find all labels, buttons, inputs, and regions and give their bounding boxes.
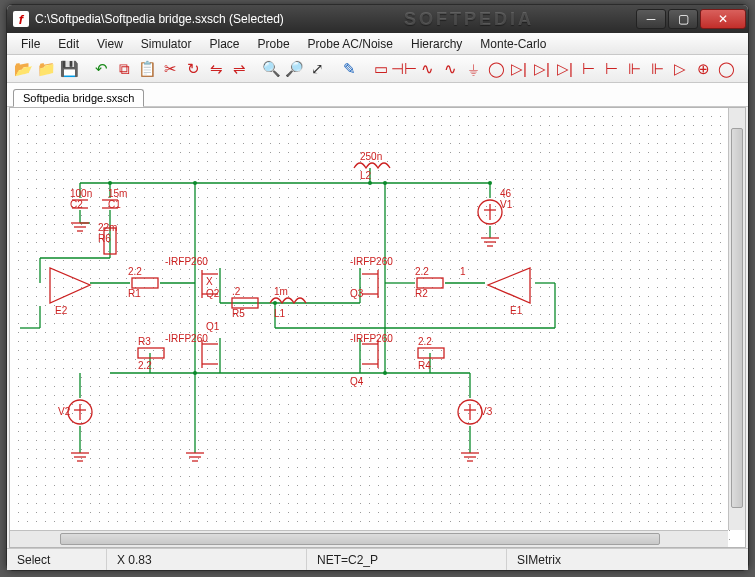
label-r2-ref[interactable]: R2 bbox=[415, 288, 428, 299]
flip-icon[interactable]: ⇋ bbox=[206, 59, 226, 79]
label-c2-val[interactable]: 100n bbox=[70, 188, 92, 199]
label-l2-ref[interactable]: L2 bbox=[360, 170, 371, 181]
svg-point-94 bbox=[273, 301, 277, 305]
mirror-icon[interactable]: ⇌ bbox=[229, 59, 249, 79]
label-r1-val[interactable]: 2.2 bbox=[128, 266, 142, 277]
folder-icon[interactable]: 📁 bbox=[36, 59, 56, 79]
label-q1-model[interactable]: -IRFP260 bbox=[165, 333, 208, 344]
label-c2-ref[interactable]: C2 bbox=[70, 199, 83, 210]
save-icon[interactable]: 💾 bbox=[59, 59, 79, 79]
label-r4-ref[interactable]: R4 bbox=[418, 360, 431, 371]
folder-open-icon[interactable]: 📂 bbox=[13, 59, 33, 79]
label-e1-val[interactable]: 1 bbox=[460, 266, 466, 277]
svg-point-93 bbox=[383, 371, 387, 375]
svg-rect-71 bbox=[418, 348, 444, 358]
capacitor-icon[interactable]: ⊣⊢ bbox=[394, 59, 414, 79]
scrollbar-thumb[interactable] bbox=[731, 128, 743, 508]
label-q1-ref[interactable]: Q1 bbox=[206, 321, 219, 332]
menu-probe-ac-noise[interactable]: Probe AC/Noise bbox=[300, 35, 401, 53]
menu-monte-carlo[interactable]: Monte-Carlo bbox=[472, 35, 554, 53]
menu-probe[interactable]: Probe bbox=[250, 35, 298, 53]
pnp-icon[interactable]: ⊢ bbox=[601, 59, 621, 79]
zoom-in-icon[interactable]: 🔍 bbox=[261, 59, 281, 79]
scrollbar-thumb[interactable] bbox=[60, 533, 660, 545]
diode-icon[interactable]: ▷| bbox=[509, 59, 529, 79]
label-r5-ref[interactable]: R5 bbox=[232, 308, 245, 319]
label-q3-model[interactable]: -IRFP260 bbox=[350, 256, 393, 267]
close-button[interactable]: ✕ bbox=[700, 9, 746, 29]
undo-icon[interactable]: ↶ bbox=[91, 59, 111, 79]
label-l2-val[interactable]: 250n bbox=[360, 151, 382, 162]
label-v2-ref[interactable]: V2 bbox=[58, 406, 70, 417]
label-c1-val[interactable]: 15m bbox=[108, 188, 127, 199]
app-window: f C:\Softpedia\Softpedia bridge.sxsch (S… bbox=[6, 4, 749, 571]
label-r3-ref[interactable]: R3 bbox=[138, 336, 151, 347]
npn-icon[interactable]: ⊢ bbox=[578, 59, 598, 79]
nmos-icon[interactable]: ⊩ bbox=[624, 59, 644, 79]
toolbar: 📂 📁 💾 ↶ ⧉ 📋 ✂ ↻ ⇋ ⇌ 🔍 🔎 ⤢ ✎ ▭ ⊣⊢ ∿ ∿ ⏚ ◯… bbox=[7, 55, 748, 83]
label-l1-ref[interactable]: L1 bbox=[274, 308, 285, 319]
menu-place[interactable]: Place bbox=[202, 35, 248, 53]
rotate-icon[interactable]: ↻ bbox=[183, 59, 203, 79]
vsource-icon[interactable]: ⊕ bbox=[693, 59, 713, 79]
current-icon[interactable]: ◯ bbox=[486, 59, 506, 79]
svg-point-90 bbox=[368, 181, 372, 185]
svg-point-87 bbox=[193, 181, 197, 185]
copy-icon[interactable]: ⧉ bbox=[114, 59, 134, 79]
statusbar: Select X 0.83 NET=C2_P SIMetrix bbox=[7, 548, 748, 570]
cut-icon[interactable]: ✂ bbox=[160, 59, 180, 79]
titlebar[interactable]: f C:\Softpedia\Softpedia bridge.sxsch (S… bbox=[7, 5, 748, 33]
opamp-icon[interactable]: ▷ bbox=[670, 59, 690, 79]
inductor-icon[interactable]: ∿ bbox=[417, 59, 437, 79]
separator-icon bbox=[330, 59, 336, 79]
ground-icon[interactable]: ⏚ bbox=[463, 59, 483, 79]
label-r3-val[interactable]: 2.2 bbox=[138, 360, 152, 371]
label-q4-model[interactable]: -IRFP260 bbox=[350, 333, 393, 344]
menu-file[interactable]: File bbox=[13, 35, 48, 53]
label-q2-model[interactable]: -IRFP260 bbox=[165, 256, 208, 267]
scrollbar-vertical[interactable] bbox=[728, 108, 745, 530]
menu-edit[interactable]: Edit bbox=[50, 35, 87, 53]
svg-marker-44 bbox=[50, 268, 90, 303]
status-net: NET=C2_P bbox=[307, 549, 507, 570]
resistor-icon[interactable]: ▭ bbox=[371, 59, 391, 79]
scrollbar-horizontal[interactable] bbox=[10, 530, 728, 547]
label-r1-ref[interactable]: R1 bbox=[128, 288, 141, 299]
app-icon: f bbox=[13, 11, 29, 27]
paste-icon[interactable]: 📋 bbox=[137, 59, 157, 79]
label-r5-val[interactable]: .2 bbox=[232, 286, 240, 297]
label-l1-val[interactable]: 1m bbox=[274, 286, 288, 297]
svg-point-92 bbox=[193, 371, 197, 375]
zener-icon[interactable]: ▷| bbox=[532, 59, 552, 79]
label-c1-ref[interactable]: C1 bbox=[108, 199, 121, 210]
label-r2-val[interactable]: 2.2 bbox=[415, 266, 429, 277]
label-q2-x[interactable]: X bbox=[206, 276, 213, 287]
menu-view[interactable]: View bbox=[89, 35, 131, 53]
label-r6-val[interactable]: 22m bbox=[98, 222, 117, 233]
label-q4-ref[interactable]: Q4 bbox=[350, 376, 363, 387]
label-q2-ref[interactable]: Q2 bbox=[206, 288, 219, 299]
schematic-canvas[interactable]: 100n C2 15m C1 22m R6 2.2 R1 2.2 R2 .2 R… bbox=[10, 108, 730, 548]
menu-simulator[interactable]: Simulator bbox=[133, 35, 200, 53]
label-e1-ref[interactable]: E1 bbox=[510, 305, 522, 316]
pencil-icon[interactable]: ✎ bbox=[339, 59, 359, 79]
tab-schematic[interactable]: Softpedia bridge.sxsch bbox=[13, 89, 144, 107]
led-icon[interactable]: ▷| bbox=[555, 59, 575, 79]
pmos-icon[interactable]: ⊩ bbox=[647, 59, 667, 79]
minimize-button[interactable]: ─ bbox=[636, 9, 666, 29]
watermark: SOFTPEDIA bbox=[404, 9, 534, 30]
label-v3-ref[interactable]: V3 bbox=[480, 406, 492, 417]
isource-icon[interactable]: ◯ bbox=[716, 59, 736, 79]
sine-icon[interactable]: ∿ bbox=[440, 59, 460, 79]
zoom-fit-icon[interactable]: ⤢ bbox=[307, 59, 327, 79]
label-r6-ref[interactable]: R6 bbox=[98, 233, 111, 244]
maximize-button[interactable]: ▢ bbox=[668, 9, 698, 29]
label-v1-ref[interactable]: V1 bbox=[500, 199, 512, 210]
label-q3-ref[interactable]: Q3 bbox=[350, 288, 363, 299]
separator-icon bbox=[252, 59, 258, 79]
label-e2-ref[interactable]: E2 bbox=[55, 305, 67, 316]
label-v1-val[interactable]: 46 bbox=[500, 188, 511, 199]
zoom-out-icon[interactable]: 🔎 bbox=[284, 59, 304, 79]
menu-hierarchy[interactable]: Hierarchy bbox=[403, 35, 470, 53]
label-r4-val[interactable]: 2.2 bbox=[418, 336, 432, 347]
